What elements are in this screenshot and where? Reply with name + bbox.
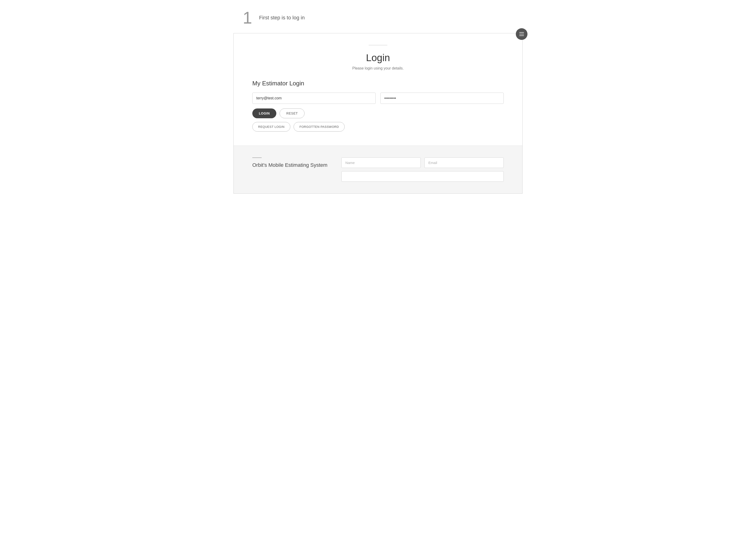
footer-extra-input[interactable] (341, 171, 504, 182)
login-button[interactable]: LOGIN (252, 108, 276, 118)
footer-divider (252, 157, 262, 158)
credentials-form-row (252, 93, 504, 104)
footer-title: Orbit's Mobile Estimating System (252, 162, 327, 168)
step-number: 1 (243, 9, 252, 26)
email-input[interactable] (252, 93, 376, 104)
forgotten-password-button[interactable]: FORGOTTEN PASSWORD (294, 122, 345, 131)
footer-left: Orbit's Mobile Estimating System (252, 157, 327, 168)
footer-right (341, 157, 504, 182)
main-card: Login Please login using your details. M… (233, 33, 523, 193)
page-wrapper: 1 First step is to log in Login Please l… (229, 0, 527, 193)
menu-bar-2 (519, 34, 524, 34)
footer-form (341, 157, 504, 182)
card-content: Login Please login using your details. M… (234, 33, 522, 145)
primary-buttons-row: LOGIN RESET (252, 108, 504, 118)
secondary-buttons-row: REQUEST LOGIN FORGOTTEN PASSWORD (252, 122, 504, 131)
request-login-button[interactable]: REQUEST LOGIN (252, 122, 290, 131)
section-title: My Estimator Login (252, 80, 504, 87)
login-subtitle: Please login using your details. (252, 66, 504, 70)
menu-bar-3 (519, 35, 524, 36)
password-input[interactable] (380, 93, 504, 104)
step-label: First step is to log in (259, 15, 305, 21)
footer-inputs-row (341, 157, 504, 168)
reset-button[interactable]: RESET (280, 108, 305, 118)
footer-name-input[interactable] (341, 157, 421, 168)
menu-bar-1 (519, 32, 524, 33)
step-header: 1 First step is to log in (229, 0, 527, 33)
footer-email-input[interactable] (424, 157, 504, 168)
footer-content: Orbit's Mobile Estimating System (252, 157, 504, 182)
login-title: Login (252, 52, 504, 63)
decorative-line (369, 45, 387, 45)
menu-button[interactable] (516, 28, 527, 40)
footer-extra-row (341, 171, 504, 182)
primary-buttons-wrapper: LOGIN RESET (252, 108, 504, 118)
footer-section: Orbit's Mobile Estimating System (234, 145, 522, 193)
